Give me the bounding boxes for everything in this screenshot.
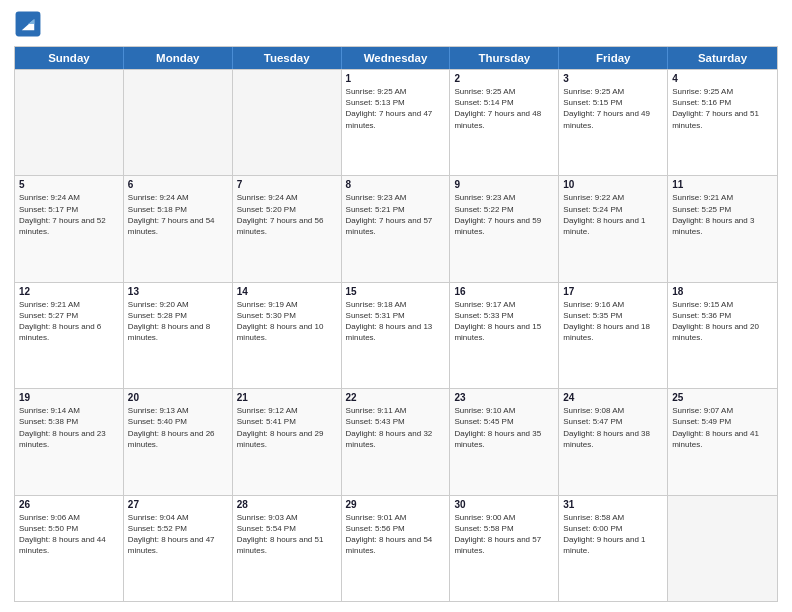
day-info-9: Sunrise: 9:23 AM Sunset: 5:22 PM Dayligh… [454, 192, 554, 237]
day-info-12: Sunrise: 9:21 AM Sunset: 5:27 PM Dayligh… [19, 299, 119, 344]
day-number-24: 24 [563, 392, 663, 403]
day-number-29: 29 [346, 499, 446, 510]
day-cell-9: 9Sunrise: 9:23 AM Sunset: 5:22 PM Daylig… [450, 176, 559, 281]
empty-cell-0-0 [15, 70, 124, 175]
day-cell-5: 5Sunrise: 9:24 AM Sunset: 5:17 PM Daylig… [15, 176, 124, 281]
empty-cell-4-6 [668, 496, 777, 601]
header-day-friday: Friday [559, 47, 668, 69]
day-number-6: 6 [128, 179, 228, 190]
day-cell-15: 15Sunrise: 9:18 AM Sunset: 5:31 PM Dayli… [342, 283, 451, 388]
day-info-25: Sunrise: 9:07 AM Sunset: 5:49 PM Dayligh… [672, 405, 773, 450]
logo-icon [14, 10, 42, 38]
header-day-saturday: Saturday [668, 47, 777, 69]
day-number-17: 17 [563, 286, 663, 297]
day-info-13: Sunrise: 9:20 AM Sunset: 5:28 PM Dayligh… [128, 299, 228, 344]
day-cell-19: 19Sunrise: 9:14 AM Sunset: 5:38 PM Dayli… [15, 389, 124, 494]
day-info-20: Sunrise: 9:13 AM Sunset: 5:40 PM Dayligh… [128, 405, 228, 450]
day-cell-7: 7Sunrise: 9:24 AM Sunset: 5:20 PM Daylig… [233, 176, 342, 281]
day-number-28: 28 [237, 499, 337, 510]
day-number-15: 15 [346, 286, 446, 297]
day-info-2: Sunrise: 9:25 AM Sunset: 5:14 PM Dayligh… [454, 86, 554, 131]
day-info-21: Sunrise: 9:12 AM Sunset: 5:41 PM Dayligh… [237, 405, 337, 450]
empty-cell-0-1 [124, 70, 233, 175]
day-info-10: Sunrise: 9:22 AM Sunset: 5:24 PM Dayligh… [563, 192, 663, 237]
day-number-26: 26 [19, 499, 119, 510]
day-number-5: 5 [19, 179, 119, 190]
day-number-2: 2 [454, 73, 554, 84]
day-info-7: Sunrise: 9:24 AM Sunset: 5:20 PM Dayligh… [237, 192, 337, 237]
day-number-30: 30 [454, 499, 554, 510]
day-number-31: 31 [563, 499, 663, 510]
day-number-20: 20 [128, 392, 228, 403]
day-info-3: Sunrise: 9:25 AM Sunset: 5:15 PM Dayligh… [563, 86, 663, 131]
day-number-16: 16 [454, 286, 554, 297]
day-cell-23: 23Sunrise: 9:10 AM Sunset: 5:45 PM Dayli… [450, 389, 559, 494]
day-cell-21: 21Sunrise: 9:12 AM Sunset: 5:41 PM Dayli… [233, 389, 342, 494]
day-info-27: Sunrise: 9:04 AM Sunset: 5:52 PM Dayligh… [128, 512, 228, 557]
day-cell-26: 26Sunrise: 9:06 AM Sunset: 5:50 PM Dayli… [15, 496, 124, 601]
day-number-9: 9 [454, 179, 554, 190]
day-info-8: Sunrise: 9:23 AM Sunset: 5:21 PM Dayligh… [346, 192, 446, 237]
day-info-15: Sunrise: 9:18 AM Sunset: 5:31 PM Dayligh… [346, 299, 446, 344]
header-day-thursday: Thursday [450, 47, 559, 69]
day-number-7: 7 [237, 179, 337, 190]
day-number-8: 8 [346, 179, 446, 190]
calendar-row-0: 1Sunrise: 9:25 AM Sunset: 5:13 PM Daylig… [15, 69, 777, 175]
day-number-10: 10 [563, 179, 663, 190]
day-number-4: 4 [672, 73, 773, 84]
day-cell-30: 30Sunrise: 9:00 AM Sunset: 5:58 PM Dayli… [450, 496, 559, 601]
day-number-19: 19 [19, 392, 119, 403]
day-info-6: Sunrise: 9:24 AM Sunset: 5:18 PM Dayligh… [128, 192, 228, 237]
day-info-17: Sunrise: 9:16 AM Sunset: 5:35 PM Dayligh… [563, 299, 663, 344]
day-cell-1: 1Sunrise: 9:25 AM Sunset: 5:13 PM Daylig… [342, 70, 451, 175]
day-info-31: Sunrise: 8:58 AM Sunset: 6:00 PM Dayligh… [563, 512, 663, 557]
day-info-11: Sunrise: 9:21 AM Sunset: 5:25 PM Dayligh… [672, 192, 773, 237]
day-info-4: Sunrise: 9:25 AM Sunset: 5:16 PM Dayligh… [672, 86, 773, 131]
day-info-16: Sunrise: 9:17 AM Sunset: 5:33 PM Dayligh… [454, 299, 554, 344]
calendar-body: 1Sunrise: 9:25 AM Sunset: 5:13 PM Daylig… [15, 69, 777, 601]
calendar: SundayMondayTuesdayWednesdayThursdayFrid… [14, 46, 778, 602]
header-day-sunday: Sunday [15, 47, 124, 69]
calendar-row-4: 26Sunrise: 9:06 AM Sunset: 5:50 PM Dayli… [15, 495, 777, 601]
day-number-21: 21 [237, 392, 337, 403]
day-cell-17: 17Sunrise: 9:16 AM Sunset: 5:35 PM Dayli… [559, 283, 668, 388]
header-day-monday: Monday [124, 47, 233, 69]
header-day-wednesday: Wednesday [342, 47, 451, 69]
day-info-22: Sunrise: 9:11 AM Sunset: 5:43 PM Dayligh… [346, 405, 446, 450]
day-cell-3: 3Sunrise: 9:25 AM Sunset: 5:15 PM Daylig… [559, 70, 668, 175]
day-info-26: Sunrise: 9:06 AM Sunset: 5:50 PM Dayligh… [19, 512, 119, 557]
day-cell-20: 20Sunrise: 9:13 AM Sunset: 5:40 PM Dayli… [124, 389, 233, 494]
main-container: SundayMondayTuesdayWednesdayThursdayFrid… [0, 0, 792, 612]
day-info-14: Sunrise: 9:19 AM Sunset: 5:30 PM Dayligh… [237, 299, 337, 344]
day-cell-14: 14Sunrise: 9:19 AM Sunset: 5:30 PM Dayli… [233, 283, 342, 388]
day-info-5: Sunrise: 9:24 AM Sunset: 5:17 PM Dayligh… [19, 192, 119, 237]
day-number-1: 1 [346, 73, 446, 84]
day-info-28: Sunrise: 9:03 AM Sunset: 5:54 PM Dayligh… [237, 512, 337, 557]
day-number-12: 12 [19, 286, 119, 297]
day-cell-10: 10Sunrise: 9:22 AM Sunset: 5:24 PM Dayli… [559, 176, 668, 281]
day-cell-4: 4Sunrise: 9:25 AM Sunset: 5:16 PM Daylig… [668, 70, 777, 175]
day-cell-28: 28Sunrise: 9:03 AM Sunset: 5:54 PM Dayli… [233, 496, 342, 601]
day-number-27: 27 [128, 499, 228, 510]
day-cell-16: 16Sunrise: 9:17 AM Sunset: 5:33 PM Dayli… [450, 283, 559, 388]
day-number-22: 22 [346, 392, 446, 403]
day-cell-2: 2Sunrise: 9:25 AM Sunset: 5:14 PM Daylig… [450, 70, 559, 175]
page-header [14, 10, 778, 38]
day-number-13: 13 [128, 286, 228, 297]
day-number-23: 23 [454, 392, 554, 403]
day-cell-12: 12Sunrise: 9:21 AM Sunset: 5:27 PM Dayli… [15, 283, 124, 388]
day-cell-8: 8Sunrise: 9:23 AM Sunset: 5:21 PM Daylig… [342, 176, 451, 281]
day-number-25: 25 [672, 392, 773, 403]
day-info-30: Sunrise: 9:00 AM Sunset: 5:58 PM Dayligh… [454, 512, 554, 557]
day-cell-13: 13Sunrise: 9:20 AM Sunset: 5:28 PM Dayli… [124, 283, 233, 388]
calendar-header: SundayMondayTuesdayWednesdayThursdayFrid… [15, 47, 777, 69]
day-cell-31: 31Sunrise: 8:58 AM Sunset: 6:00 PM Dayli… [559, 496, 668, 601]
header-day-tuesday: Tuesday [233, 47, 342, 69]
calendar-row-3: 19Sunrise: 9:14 AM Sunset: 5:38 PM Dayli… [15, 388, 777, 494]
calendar-row-1: 5Sunrise: 9:24 AM Sunset: 5:17 PM Daylig… [15, 175, 777, 281]
day-info-1: Sunrise: 9:25 AM Sunset: 5:13 PM Dayligh… [346, 86, 446, 131]
day-number-11: 11 [672, 179, 773, 190]
day-number-3: 3 [563, 73, 663, 84]
day-info-24: Sunrise: 9:08 AM Sunset: 5:47 PM Dayligh… [563, 405, 663, 450]
day-cell-29: 29Sunrise: 9:01 AM Sunset: 5:56 PM Dayli… [342, 496, 451, 601]
